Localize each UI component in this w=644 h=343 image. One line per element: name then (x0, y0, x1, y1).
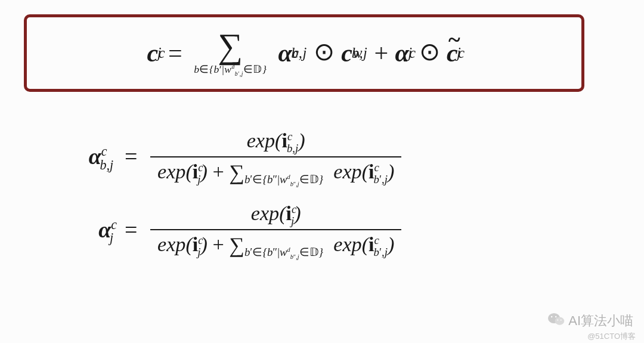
credit-text: @51CTO博客 (587, 331, 636, 342)
fraction-alpha-j: exp(icj) exp(icj) + ∑b′∈{b″|wdb″,j∈𝔻} ex… (150, 201, 401, 261)
svg-point-3 (555, 316, 556, 317)
numerator-alpha-j: exp(icj) (244, 201, 308, 229)
denominator-alpha-j: exp(icj) + ∑b′∈{b″|wdb″,j∈𝔻} exp(icb′,j) (150, 230, 401, 261)
svg-point-2 (551, 316, 552, 317)
svg-point-5 (561, 320, 562, 321)
wechat-icon (548, 312, 568, 330)
svg-point-1 (555, 317, 565, 325)
odot-2: ⊙ (419, 37, 441, 66)
fraction-alpha-bj: exp(icb,j) exp(icj) + ∑b′∈{b″|wdb″,j∈𝔻} … (150, 128, 401, 188)
equation-alpha-bj: αcb,j = exp(icb,j) exp(icj) + ∑b′∈{b″|wd… (54, 128, 590, 188)
watermark: AI算法小喵 (548, 312, 633, 330)
sigma-glyph: ∑ (218, 29, 243, 64)
denominator-alpha-bj: exp(icj) + ∑b′∈{b″|wdb″,j∈𝔻} exp(icb′,j) (150, 157, 401, 189)
equation-figure: ccj = ∑ b∈{b′|wdb′,j∈𝔻} αcb,j ⊙ cwb,j + … (0, 0, 644, 343)
svg-point-4 (558, 320, 559, 321)
equals-sign: = (168, 39, 182, 67)
plus-sign: + (374, 39, 388, 67)
equation-alpha-j: αcj = exp(icj) exp(icj) + ∑b′∈{b″|wdb″,j… (54, 201, 590, 261)
sum-limits: b∈{b′|wdb′,j∈𝔻} (194, 64, 267, 77)
odot-1: ⊙ (314, 37, 335, 66)
summation: ∑ b∈{b′|wdb′,j∈𝔻} (194, 29, 267, 78)
highlight-box: ccj = ∑ b∈{b′|wdb′,j∈𝔻} αcb,j ⊙ cwb,j + … (24, 14, 584, 92)
numerator-alpha-bj: exp(icb,j) (240, 128, 312, 156)
equation-c-j-c: ccj = ∑ b∈{b′|wdb′,j∈𝔻} αcb,j ⊙ cwb,j + … (147, 29, 462, 78)
softmax-equations: αcb,j = exp(icb,j) exp(icj) + ∑b′∈{b″|wd… (54, 128, 590, 274)
watermark-text: AI算法小喵 (568, 312, 633, 330)
